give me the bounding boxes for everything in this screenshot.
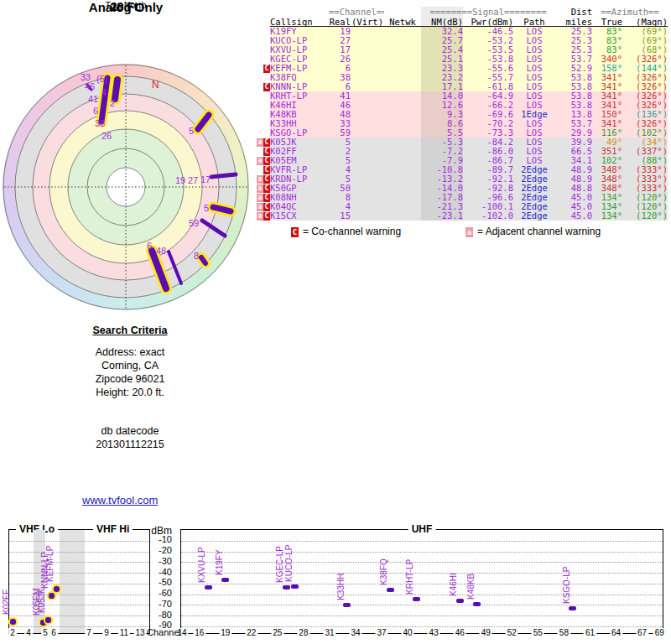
cell-channel-virt — [351, 27, 384, 36]
cell-pwr-dbm: -73.3 — [463, 128, 513, 138]
cochannel-warning-icon: C — [263, 184, 270, 193]
radar-signal-bar — [213, 207, 231, 211]
cell-channel-real: 46 — [329, 101, 351, 110]
cell-path: LOS — [513, 27, 555, 36]
cell-miles: 45.0 — [555, 193, 592, 202]
radar-channel-label: 8 — [194, 251, 199, 261]
radar-channel-label: 2 — [110, 98, 115, 108]
radar-channel-label: 6 — [93, 106, 98, 116]
cell-channel-real: 26 — [329, 55, 351, 64]
cell-network — [384, 165, 421, 174]
warning-flags: C — [253, 165, 270, 174]
cell-azimuth-true: 116° — [592, 128, 622, 138]
adjacent-warning-icon: a — [257, 194, 263, 202]
cell-miles: 48.9 — [555, 174, 592, 184]
cell-network — [384, 27, 421, 36]
y-axis-tick-label: -40 — [145, 567, 172, 577]
chart-bar-label: KRHT-LP — [406, 559, 414, 595]
adjacent-warning-icon: a — [257, 175, 263, 184]
cell-pwr-dbm: -100.1 — [463, 202, 513, 211]
cell-miles: 48.8 — [555, 184, 592, 193]
cell-channel-virt — [351, 73, 384, 82]
tvfool-link[interactable]: www.tvfool.com — [82, 494, 158, 506]
radar-svg: 33464163826(5)4251927175598486N — [3, 64, 249, 310]
cell-callsign: K05EM — [270, 156, 329, 165]
warning-flags: C — [253, 82, 270, 91]
gridline — [9, 605, 149, 605]
chart-bar — [413, 597, 420, 601]
radar-plot: 33464163826(5)4251927175598486N — [3, 64, 249, 310]
axis-tick-label: 67 — [636, 628, 648, 638]
db-datecode-value: 201301112215 — [46, 438, 214, 451]
cell-azimuth-magn: (326°) — [622, 55, 668, 64]
cell-nm-db: -14.0 — [421, 184, 463, 193]
cell-azimuth-magn: (120°) — [622, 211, 668, 221]
adjacent-flag-icon: a — [466, 227, 473, 237]
axis-tick-label: 49 — [480, 628, 492, 638]
axis-tick-label: 43 — [428, 628, 440, 638]
gridline — [181, 584, 663, 584]
cell-network — [384, 110, 421, 119]
cell-miles: 25.3 — [555, 36, 592, 45]
cell-nm-db: -23.1 — [421, 211, 463, 221]
cell-nm-db: -21.3 — [421, 202, 463, 211]
cell-path: LOS — [513, 147, 555, 156]
cell-azimuth-true: 134° — [592, 202, 622, 211]
chart-bar — [49, 593, 55, 599]
gridline — [181, 562, 663, 563]
gridline — [9, 615, 149, 616]
cell-channel-virt — [351, 147, 384, 156]
axis-tick-label: 2 — [8, 628, 17, 638]
radar-channel-label: 17 — [200, 174, 211, 184]
table-row: KSGO-LP595.5-73.3LOS29.9116°(102°) — [253, 128, 668, 138]
chart-bar-label: K48KB — [467, 574, 476, 600]
axis-tick-label: 31 — [323, 628, 336, 638]
cell-callsign: K04QC — [270, 202, 329, 211]
cell-azimuth-true: 351° — [592, 147, 622, 156]
col-virt: (Virt) — [351, 17, 384, 26]
warning-flags — [253, 73, 270, 82]
cell-channel-real: 38 — [329, 73, 351, 82]
gridline — [9, 626, 149, 627]
cell-channel-virt — [351, 91, 384, 101]
cell-channel-real: 50 — [329, 184, 351, 193]
col-nm: NM(dB) — [421, 17, 463, 26]
gridline — [9, 573, 149, 574]
cell-callsign: K50GP — [270, 184, 329, 193]
cell-callsign: KUCO-LP — [270, 36, 329, 45]
cell-channel-real: 6 — [329, 64, 351, 73]
cell-miles: 66.5 — [555, 147, 592, 156]
cell-path: LOS — [513, 64, 555, 73]
cell-miles: 53.7 — [555, 55, 592, 64]
warning-flags — [253, 128, 270, 138]
table-row: KXVU-LP1725.4-53.5LOS25.383°(68°) — [253, 45, 668, 55]
cell-nm-db: -7.9 — [421, 156, 463, 165]
cell-callsign: K48KB — [270, 110, 329, 119]
cell-azimuth-magn: (333°) — [622, 184, 668, 193]
cell-azimuth-magn: (88°) — [622, 156, 668, 165]
axis-tick-label: 9 — [102, 628, 111, 638]
cell-pwr-dbm: -53.5 — [463, 45, 513, 55]
search-criteria-title: Search Criteria — [46, 324, 214, 337]
warning-flags: aC — [253, 138, 270, 147]
gridline — [181, 595, 663, 595]
search-criteria: Search Criteria Address: exact Corning, … — [46, 324, 214, 451]
cell-nm-db: -13.2 — [421, 174, 463, 184]
cochannel-warning-icon: C — [263, 166, 270, 174]
col-callsign: Callsign — [270, 17, 329, 26]
search-zipcode: Zipcode 96021 — [46, 372, 214, 386]
radar-channel-label: 5 — [189, 126, 194, 136]
adjacent-warning-icon: a — [257, 203, 263, 211]
radar-signal-bar — [201, 257, 205, 263]
cell-callsign: K05JK — [270, 138, 329, 147]
cell-azimuth-true: 341° — [592, 101, 622, 110]
chart-bar — [473, 602, 481, 606]
gridline — [9, 541, 149, 542]
chart-bar-label: KEFM-LP — [46, 546, 55, 582]
cell-network — [384, 101, 421, 110]
table-column-headers: Callsign Real (Virt) Netwk NM(dB) Pwr(dB… — [253, 17, 668, 27]
axis-tick-label: 58 — [558, 628, 570, 638]
cell-nm-db: 23.3 — [421, 64, 463, 73]
chart-bar — [54, 586, 60, 592]
axis-tick-label: 19 — [219, 628, 231, 638]
